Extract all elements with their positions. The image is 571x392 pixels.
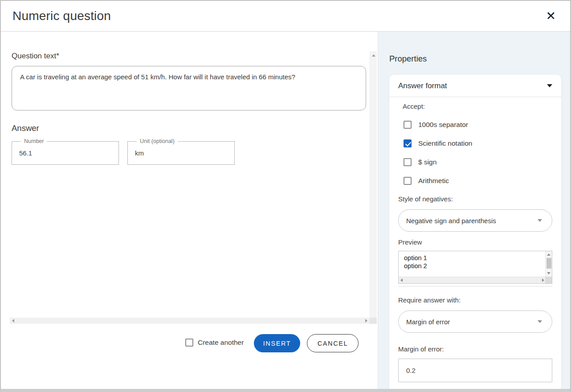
option-1000s-separator[interactable]: 1000s separator xyxy=(404,121,468,129)
unit-field-value: km xyxy=(135,149,144,157)
cancel-button[interactable]: CANCEL xyxy=(307,334,359,352)
option-label: Arithmetic xyxy=(418,177,449,185)
close-icon[interactable]: ✕ xyxy=(543,8,559,24)
properties-panel: Properties Answer format Accept: 1000s s… xyxy=(378,32,570,389)
require-answer-value: Margin of error xyxy=(406,318,450,326)
dialog-title: Numeric question xyxy=(12,9,111,23)
require-answer-select[interactable]: Margin of error xyxy=(398,310,552,333)
style-of-negatives-value: Negative sign and parenthesis xyxy=(406,217,496,225)
create-another-checkbox[interactable] xyxy=(185,339,193,347)
option-arithmetic[interactable]: Arithmetic xyxy=(404,177,449,185)
preview-listbox[interactable]: option 1 option 2 xyxy=(398,251,552,284)
checkbox-arithmetic[interactable] xyxy=(404,177,412,185)
properties-heading: Properties xyxy=(389,54,427,64)
checkbox-dollar-sign[interactable] xyxy=(404,158,412,166)
unit-field-label: Unit (optional) xyxy=(137,138,178,144)
dialog-header: Numeric question ✕ xyxy=(1,1,570,32)
option-dollar-sign[interactable]: $ sign xyxy=(404,158,436,166)
scroll-down-icon[interactable] xyxy=(547,272,551,274)
scrollbar-corner xyxy=(370,318,377,324)
scrollbar-thumb[interactable] xyxy=(547,258,551,269)
style-of-negatives-select[interactable]: Negative sign and parenthesis xyxy=(398,209,552,232)
accept-label: Accept: xyxy=(403,102,425,110)
create-another-label: Create another xyxy=(198,339,244,347)
editor-vertical-scrollbar[interactable] xyxy=(370,51,377,324)
answer-section-heading: Answer xyxy=(12,123,39,133)
scroll-up-icon[interactable] xyxy=(372,54,375,57)
margin-of-error-label: Margin of error: xyxy=(398,345,444,353)
answer-format-title: Answer format xyxy=(398,82,447,90)
number-field-value: 56.1 xyxy=(19,149,32,157)
scroll-up-icon[interactable] xyxy=(547,253,551,256)
checkbox-1000s-separator[interactable] xyxy=(404,121,412,129)
chevron-down-icon xyxy=(538,320,542,323)
scrollbar-corner xyxy=(545,277,552,283)
answer-format-card: Answer format Accept: 1000s separator Sc… xyxy=(389,75,561,389)
create-another-option[interactable]: Create another xyxy=(185,339,244,347)
option-label: 1000s separator xyxy=(418,121,468,129)
question-text-label: Question text* xyxy=(12,52,59,61)
style-of-negatives-label: Style of negatives: xyxy=(398,195,453,203)
checkbox-scientific-notation[interactable] xyxy=(404,139,412,147)
section-divider xyxy=(398,286,552,286)
insert-button[interactable]: INSERT xyxy=(254,334,300,352)
answer-unit-field[interactable]: Unit (optional) km xyxy=(127,141,235,165)
question-text-input[interactable]: A car is traveling at an average speed o… xyxy=(12,66,366,110)
numeric-question-dialog: Numeric question ✕ Question text* A car … xyxy=(0,0,571,392)
preview-option-1[interactable]: option 1 xyxy=(399,251,552,262)
option-label: $ sign xyxy=(418,158,436,166)
question-editor-area: Question text* A car is traveling at an … xyxy=(1,32,378,389)
editor-horizontal-scrollbar[interactable] xyxy=(10,318,370,324)
chevron-down-icon xyxy=(538,219,542,222)
option-scientific-notation[interactable]: Scientific notation xyxy=(404,139,473,147)
scroll-right-icon[interactable] xyxy=(542,278,544,282)
option-label: Scientific notation xyxy=(418,139,473,147)
require-answer-label: Require answer with: xyxy=(398,296,461,304)
answer-number-field[interactable]: Number 56.1 xyxy=(12,141,119,165)
answer-format-section-header[interactable]: Answer format xyxy=(389,75,561,97)
scroll-right-icon[interactable] xyxy=(365,319,367,323)
preview-label: Preview xyxy=(398,238,422,246)
listbox-vertical-scrollbar[interactable] xyxy=(545,251,552,277)
scroll-left-icon[interactable] xyxy=(12,319,14,323)
margin-of-error-input[interactable] xyxy=(398,359,552,382)
scroll-left-icon[interactable] xyxy=(400,278,403,282)
number-field-label: Number xyxy=(21,138,47,144)
preview-option-2[interactable]: option 2 xyxy=(399,262,552,270)
chevron-down-icon[interactable] xyxy=(547,84,552,87)
listbox-horizontal-scrollbar[interactable] xyxy=(399,277,546,283)
